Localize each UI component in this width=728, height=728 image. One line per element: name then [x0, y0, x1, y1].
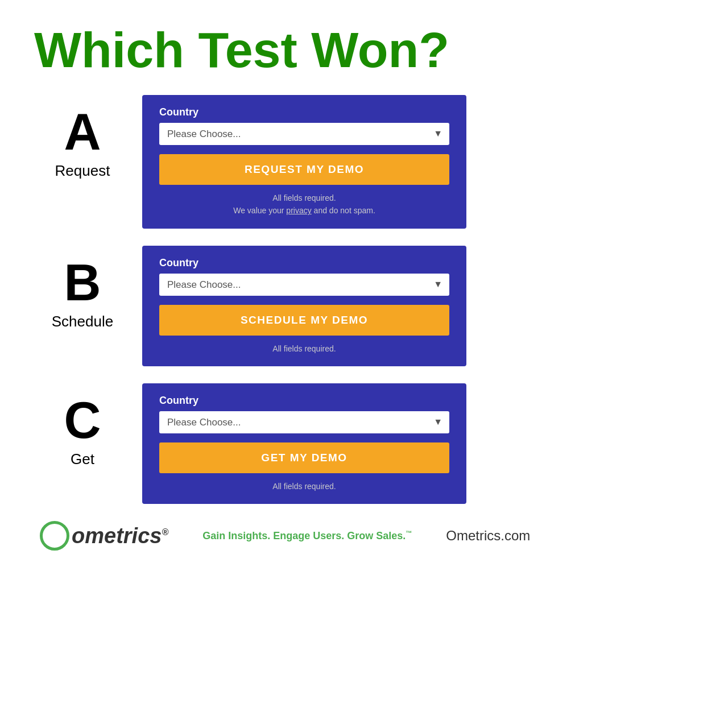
variant-row-b: B Schedule Country Please Choose... ▼ SC… — [46, 246, 705, 366]
tagline-text: Gain Insights. Engage Users. Grow Sales. — [202, 530, 406, 541]
country-label-b: Country — [159, 257, 449, 269]
tagline: Gain Insights. Engage Users. Grow Sales.… — [202, 530, 412, 542]
logo-circle-icon — [40, 521, 69, 551]
schedule-demo-button[interactable]: SCHEDULE MY DEMO — [159, 305, 449, 336]
country-select-wrapper-c[interactable]: Please Choose... ▼ — [159, 411, 449, 433]
footer-line-1-c: All fields required. — [272, 482, 336, 491]
footer-line-1-b: All fields required. — [272, 344, 336, 353]
variant-letter-b: B — [64, 257, 101, 308]
variant-row-a: A Request Country Please Choose... ▼ REQ… — [46, 95, 705, 229]
variant-label-b: B Schedule — [46, 246, 119, 330]
website-link: Ometrics.com — [446, 528, 530, 544]
footer-line-1-a: All fields required. — [272, 193, 336, 202]
variant-word-a: Request — [55, 162, 110, 180]
footer-branding: ometrics® Gain Insights. Engage Users. G… — [40, 521, 530, 551]
country-select-wrapper-b[interactable]: Please Choose... ▼ — [159, 274, 449, 296]
variants-container: A Request Country Please Choose... ▼ REQ… — [46, 95, 705, 504]
get-demo-button[interactable]: GET MY DEMO — [159, 442, 449, 473]
country-select-b[interactable]: Please Choose... — [159, 274, 449, 296]
country-select-c[interactable]: Please Choose... — [159, 411, 449, 433]
variant-letter-a: A — [64, 106, 101, 158]
variant-label-a: A Request — [46, 95, 119, 180]
country-select-a[interactable]: Please Choose... — [159, 123, 449, 145]
request-demo-button[interactable]: REQUEST MY DEMO — [159, 154, 449, 185]
variant-word-b: Schedule — [52, 313, 113, 330]
logo-name: ometrics — [72, 524, 162, 548]
privacy-link-a[interactable]: privacy — [286, 206, 311, 215]
logo-text: ometrics® — [72, 524, 168, 548]
demo-card-a: Country Please Choose... ▼ REQUEST MY DE… — [142, 95, 466, 229]
variant-letter-c: C — [64, 395, 101, 446]
card-footer-b: All fields required. — [159, 342, 449, 355]
logo-circle-inner — [47, 528, 62, 543]
page-wrapper: Which Test Won? A Request Country Please… — [0, 0, 728, 728]
card-footer-a: All fields required. We value your priva… — [159, 192, 449, 217]
trademark-symbol: ™ — [406, 530, 412, 536]
country-select-wrapper-a[interactable]: Please Choose... ▼ — [159, 123, 449, 145]
registered-symbol: ® — [162, 527, 168, 537]
card-footer-c: All fields required. — [159, 480, 449, 493]
demo-card-c: Country Please Choose... ▼ GET MY DEMO A… — [142, 383, 466, 504]
country-label-c: Country — [159, 395, 449, 407]
variant-row-c: C Get Country Please Choose... ▼ GET MY … — [46, 383, 705, 504]
page-title: Which Test Won? — [34, 23, 449, 78]
footer-line-2-a: We value your privacy and do not spam. — [233, 206, 375, 215]
variant-word-c: Get — [71, 450, 94, 468]
demo-card-b: Country Please Choose... ▼ SCHEDULE MY D… — [142, 246, 466, 366]
ometrics-logo: ometrics® — [40, 521, 168, 551]
country-label-a: Country — [159, 106, 449, 118]
variant-label-c: C Get — [46, 383, 119, 468]
